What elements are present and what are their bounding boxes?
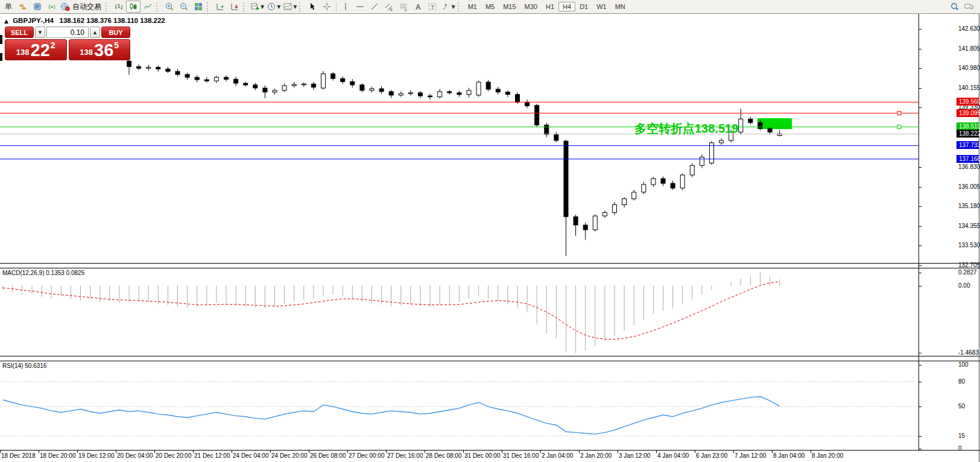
volume-input[interactable]: 0.10 bbox=[46, 27, 89, 38]
signal-icon[interactable] bbox=[45, 1, 59, 13]
time-axis-tick bbox=[540, 451, 541, 453]
candlestick bbox=[535, 106, 539, 125]
collapse-panel-arrow-icon[interactable]: ▲ bbox=[4, 18, 8, 24]
arrows-tool-button[interactable]: ▼ bbox=[440, 1, 456, 13]
candlestick bbox=[516, 95, 520, 103]
candlestick bbox=[505, 92, 510, 95]
zoom-in-button[interactable] bbox=[162, 1, 177, 13]
timeframe-h1-button[interactable]: H1 bbox=[542, 2, 558, 11]
candlestick bbox=[292, 84, 296, 86]
macd-axis-tick bbox=[918, 353, 922, 353]
bar-chart-mode-button[interactable] bbox=[112, 1, 126, 13]
timeframe-m1-button[interactable]: M1 bbox=[464, 2, 481, 11]
buy-price-button[interactable]: 138 36 5 bbox=[69, 39, 131, 60]
gold-icon[interactable] bbox=[16, 1, 30, 13]
candlestick bbox=[166, 69, 170, 71]
rsi-line bbox=[3, 397, 780, 434]
horizontal-line-tool-button[interactable] bbox=[353, 1, 367, 13]
chart-shift-button[interactable] bbox=[213, 1, 227, 13]
candlestick bbox=[156, 68, 160, 69]
time-axis-label: 20 Dec 04:00 bbox=[117, 452, 153, 459]
autotrading-button[interactable]: 自动交易 bbox=[59, 1, 104, 13]
trendline-tool-button[interactable] bbox=[367, 1, 382, 13]
price-axis-border bbox=[918, 14, 919, 451]
time-axis-tick bbox=[386, 451, 387, 453]
candlestick bbox=[486, 82, 490, 89]
rsi-axis-tick bbox=[918, 382, 922, 382]
timeframe-d1-button[interactable]: D1 bbox=[575, 2, 592, 11]
window-edge-artifact bbox=[0, 53, 2, 61]
time-axis-tick bbox=[656, 451, 657, 453]
timeframe-w1-button[interactable]: W1 bbox=[592, 2, 611, 11]
price-chart-pane[interactable]: 多空转折点138.519 bbox=[0, 14, 918, 263]
candlestick bbox=[690, 165, 694, 175]
buy-price-figure: 138 bbox=[80, 48, 93, 57]
timeframe-h4-button[interactable]: H4 bbox=[558, 2, 575, 11]
rsi-axis-label: 80 bbox=[958, 378, 965, 385]
chevron-down-icon[interactable]: ▼ bbox=[293, 4, 297, 10]
price-axis-tick bbox=[918, 265, 922, 266]
text-tool-button[interactable]: A bbox=[411, 1, 425, 13]
candlestick bbox=[768, 128, 772, 132]
candlestick bbox=[476, 82, 481, 95]
time-axis-label: 31 Dec 00:00 bbox=[464, 452, 501, 459]
line-selection-marker[interactable] bbox=[897, 112, 901, 115]
highlight-rectangle[interactable] bbox=[757, 118, 792, 129]
crosshair-tool-button[interactable] bbox=[320, 1, 334, 13]
timeframe-m5-button[interactable]: M5 bbox=[481, 2, 499, 11]
new-order-label: 单 bbox=[3, 2, 14, 12]
price-axis-tick bbox=[918, 187, 922, 188]
chevron-down-icon[interactable]: ▼ bbox=[277, 4, 280, 10]
timeframe-mn-button[interactable]: MN bbox=[611, 2, 630, 11]
buy-button[interactable]: BUY bbox=[101, 27, 130, 38]
tile-windows-button[interactable] bbox=[191, 1, 206, 13]
profiles-button[interactable]: ▼ bbox=[265, 1, 282, 13]
candlestick bbox=[671, 183, 675, 188]
chevron-down-icon[interactable]: ▼ bbox=[451, 4, 455, 10]
pane-resize-divider[interactable] bbox=[0, 263, 980, 268]
new-order-button[interactable]: 单 bbox=[1, 1, 16, 13]
volume-increase-button[interactable]: ▲ bbox=[90, 27, 100, 38]
price-axis-label: 140.155 bbox=[958, 84, 980, 91]
channel-tool-button[interactable]: E bbox=[382, 1, 396, 13]
timeframe-m15-button[interactable]: M15 bbox=[499, 2, 520, 11]
time-axis-label: 7 Jan 12:00 bbox=[735, 452, 766, 459]
time-axis-label: 26 Dec 08:00 bbox=[310, 452, 346, 459]
news-icon[interactable] bbox=[30, 1, 45, 13]
candlestick bbox=[195, 77, 199, 80]
candlestick bbox=[428, 96, 432, 97]
fibonacci-tool-button[interactable]: F bbox=[396, 1, 411, 13]
line-chart-mode-button[interactable] bbox=[141, 1, 155, 13]
candlestick bbox=[185, 74, 189, 77]
volume-decrease-button[interactable]: ▼ bbox=[35, 27, 45, 38]
pane-resize-divider[interactable] bbox=[0, 356, 980, 361]
search-icon[interactable] bbox=[947, 1, 962, 13]
timeframe-m30-button[interactable]: M30 bbox=[520, 2, 542, 11]
time-axis-tick bbox=[733, 451, 734, 453]
rsi-indicator-pane[interactable] bbox=[0, 362, 918, 450]
chat-icon[interactable] bbox=[962, 1, 976, 13]
level-price-label: 139.095 bbox=[956, 109, 979, 117]
new-chart-button[interactable]: ▼ bbox=[249, 1, 265, 13]
sell-price-button[interactable]: 138 22 2 bbox=[5, 39, 67, 60]
candlestick bbox=[234, 79, 238, 83]
candlestick bbox=[525, 103, 530, 106]
zoom-out-button[interactable] bbox=[177, 1, 191, 13]
time-axis-tick bbox=[116, 451, 116, 453]
candlestick-mode-button[interactable] bbox=[126, 1, 141, 13]
macd-indicator-pane[interactable] bbox=[0, 269, 918, 356]
time-axis-label: 19 Dec 12:00 bbox=[78, 452, 115, 459]
templates-button[interactable]: ▼ bbox=[282, 1, 298, 13]
line-selection-marker[interactable] bbox=[897, 125, 901, 128]
cursor-tool-button[interactable] bbox=[305, 1, 320, 13]
auto-scroll-button[interactable] bbox=[227, 1, 242, 13]
sell-button[interactable]: SELL bbox=[5, 27, 34, 38]
candlestick bbox=[408, 93, 413, 93]
macd-axis-tick bbox=[918, 273, 922, 273]
text-label-tool-button[interactable]: T bbox=[425, 1, 440, 13]
vertical-line-tool-button[interactable] bbox=[338, 1, 353, 13]
candlestick bbox=[244, 83, 248, 85]
candlestick bbox=[399, 93, 403, 95]
chevron-down-icon[interactable]: ▼ bbox=[261, 4, 264, 10]
candlestick bbox=[632, 192, 636, 199]
